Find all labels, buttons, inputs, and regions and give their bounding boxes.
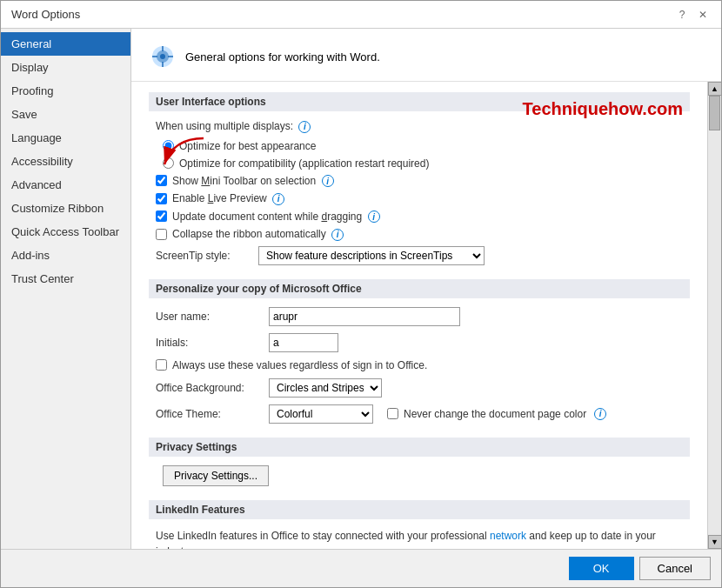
office-theme-select[interactable]: Colorful Dark Gray Black White	[269, 404, 373, 424]
update-content-info-icon[interactable]: i	[368, 210, 380, 223]
linkedin-header: LinkedIn Features	[149, 500, 690, 519]
collapse-ribbon-info-icon[interactable]: i	[331, 229, 344, 241]
title-bar-left: Word Options	[11, 8, 80, 21]
ok-button[interactable]: OK	[569, 557, 634, 580]
sidebar-item-advanced[interactable]: Advanced	[1, 173, 130, 197]
enable-live-preview-checkbox[interactable]	[156, 193, 167, 204]
radio-best-appearance-row: Optimize for best appearance	[149, 140, 690, 152]
scroll-track	[708, 96, 721, 535]
never-change-label: Never change the document page color	[404, 408, 586, 420]
sidebar-item-accessibility[interactable]: Accessibility	[1, 150, 130, 173]
always-use-row: Always use these values regardless of si…	[149, 359, 690, 371]
network-link[interactable]: network	[490, 530, 526, 542]
linkedin-text: Use LinkedIn features in Office to stay …	[149, 528, 690, 550]
privacy-section: Privacy Settings Privacy Settings...	[149, 438, 690, 486]
sidebar-item-proofing[interactable]: Proofing	[1, 79, 130, 103]
show-mini-toolbar-row: Show Mini Toolbar on selection i	[149, 175, 690, 188]
office-background-label: Office Background:	[156, 382, 269, 394]
content-area: General options for working with Word. T…	[131, 29, 721, 549]
username-row: User name:	[149, 307, 690, 326]
title-bar-controls: ? ✕	[674, 7, 711, 23]
multiple-displays-row: When using multiple displays: i	[149, 120, 690, 133]
sidebar-item-display[interactable]: Display	[1, 56, 130, 79]
personalize-header: Personalize your copy of Microsoft Offic…	[149, 279, 690, 298]
sidebar-item-trust-center[interactable]: Trust Center	[1, 267, 130, 291]
never-change-info-icon[interactable]: i	[594, 408, 606, 420]
initials-input[interactable]	[269, 333, 338, 352]
multiple-displays-info-icon[interactable]: i	[298, 121, 311, 133]
personalize-section: Personalize your copy of Microsoft Offic…	[149, 279, 690, 424]
office-background-select[interactable]: Circles and Stripes No Background Callig…	[269, 378, 382, 398]
linkedin-section: LinkedIn Features Use LinkedIn features …	[149, 500, 690, 550]
show-mini-toolbar-label: Show Mini Toolbar on selection i	[172, 175, 334, 188]
live-preview-info-icon[interactable]: i	[272, 193, 284, 205]
content-header: General options for working with Word.	[131, 29, 721, 82]
privacy-settings-button[interactable]: Privacy Settings...	[163, 465, 269, 486]
collapse-ribbon-row: Collapse the ribbon automatically i	[149, 228, 690, 241]
always-use-label: Always use these values regardless of si…	[172, 359, 427, 371]
general-options-icon	[149, 43, 177, 70]
update-content-checkbox[interactable]	[156, 210, 167, 222]
screentip-label: ScreenTip style:	[156, 250, 251, 262]
sidebar-item-customize-ribbon[interactable]: Customize Ribbon	[1, 197, 130, 220]
sidebar-item-general[interactable]: General	[1, 32, 130, 56]
office-theme-label: Office Theme:	[156, 408, 269, 420]
sidebar-item-quick-access[interactable]: Quick Access Toolbar	[1, 220, 130, 244]
initials-label: Initials:	[156, 337, 269, 349]
help-button[interactable]: ?	[674, 7, 690, 23]
screentip-row: ScreenTip style: Show feature descriptio…	[149, 246, 690, 265]
screentip-select[interactable]: Show feature descriptions in ScreenTips …	[258, 246, 485, 265]
office-background-row: Office Background: Circles and Stripes N…	[149, 378, 690, 398]
scroll-thumb[interactable]	[709, 96, 720, 130]
privacy-btn-container: Privacy Settings...	[149, 465, 690, 486]
update-content-row: Update document content while dragging i	[149, 210, 690, 224]
initials-row: Initials:	[149, 333, 690, 352]
radio-compatibility-row: Optimize for compatibility (application …	[149, 157, 690, 170]
sidebar-item-addins[interactable]: Add-ins	[1, 244, 130, 267]
sidebar-item-language[interactable]: Language	[1, 126, 130, 150]
footer: OK Cancel	[1, 549, 721, 587]
word-options-dialog: Word Options ? ✕ General Display Proofin…	[0, 0, 722, 588]
radio-compatibility[interactable]	[163, 157, 174, 169]
mini-toolbar-info-icon[interactable]: i	[322, 175, 334, 187]
radio-best-appearance[interactable]	[163, 140, 174, 151]
scroll-up-btn[interactable]: ▲	[708, 82, 722, 96]
radio-compatibility-label: Optimize for compatibility (application …	[179, 157, 429, 170]
svg-point-2	[160, 54, 165, 59]
never-change-row: Never change the document page color i	[387, 408, 606, 420]
scroll-down-btn[interactable]: ▼	[708, 535, 722, 549]
show-mini-toolbar-checkbox[interactable]	[156, 175, 167, 186]
close-button[interactable]: ✕	[695, 7, 711, 23]
sidebar: General Display Proofing Save Language A…	[1, 29, 131, 549]
sidebar-item-save[interactable]: Save	[1, 103, 130, 126]
scroll-area: User Interface options When using multip…	[131, 82, 707, 549]
collapse-ribbon-checkbox[interactable]	[156, 229, 167, 240]
content-header-title: General options for working with Word.	[185, 50, 380, 63]
never-change-checkbox[interactable]	[387, 408, 398, 419]
main-content: General Display Proofing Save Language A…	[1, 29, 721, 549]
update-content-label: Update document content while dragging i	[172, 210, 380, 224]
title-bar: Word Options ? ✕	[1, 1, 721, 29]
privacy-header: Privacy Settings	[149, 438, 690, 457]
cancel-button[interactable]: Cancel	[639, 557, 711, 580]
office-theme-row: Office Theme: Colorful Dark Gray Black W…	[149, 404, 690, 424]
always-use-checkbox[interactable]	[156, 359, 167, 371]
collapse-ribbon-label: Collapse the ribbon automatically i	[172, 228, 344, 241]
username-input[interactable]	[269, 307, 460, 326]
username-label: User name:	[156, 311, 269, 323]
scrollbar[interactable]: ▲ ▼	[707, 82, 721, 549]
enable-live-preview-label: Enable Live Preview i	[172, 192, 284, 205]
dialog-title: Word Options	[11, 8, 80, 21]
radio-best-appearance-label: Optimize for best appearance	[179, 140, 316, 152]
scrollable-region: Techniquehow.com	[131, 82, 721, 549]
enable-live-preview-row: Enable Live Preview i	[149, 192, 690, 205]
multiple-displays-label: When using multiple displays: i	[156, 120, 311, 133]
